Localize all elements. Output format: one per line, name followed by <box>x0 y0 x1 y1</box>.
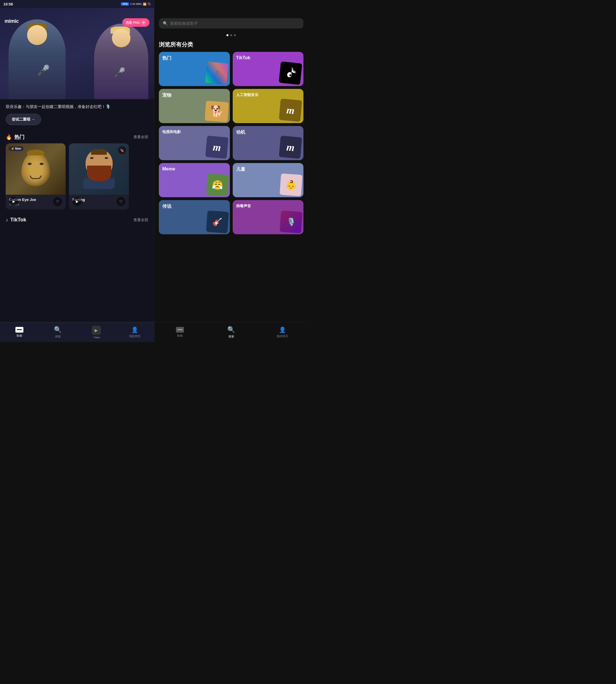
mic-left: 🎤 <box>37 64 50 76</box>
category-hot[interactable]: 热门 🎵 <box>159 52 230 86</box>
search-header: 🔍 <box>154 8 308 32</box>
cat-thumb-legend: 🎸 <box>206 210 229 233</box>
cat-label-hot: 热门 <box>162 55 171 61</box>
nav-search-right[interactable]: 🔍 搜索 <box>206 326 257 339</box>
song-card-farting[interactable]: 🔖 ▶ ♡ Farting <box>69 143 129 209</box>
dot-1 <box>226 34 228 36</box>
new-badge-cotton: ⚡ New <box>8 146 23 151</box>
category-kids[interactable]: 儿童 👶 <box>233 163 304 197</box>
vpn-badge-left: VPN <box>121 2 129 6</box>
hot-section-header: 🔥 热门 查看全部 <box>0 129 154 143</box>
potato-smile <box>30 176 41 179</box>
profile-icon-right: 👤 <box>279 326 286 333</box>
nav-new-left[interactable]: ▶ * New <box>77 326 115 339</box>
mimic-m-ai: m <box>286 104 295 116</box>
mimic-m-tv: m <box>212 141 221 153</box>
status-time-left: 10:58 <box>3 2 13 6</box>
potato-character <box>21 152 50 186</box>
cat-thumb-hot: 🎵 <box>205 61 228 85</box>
cat-label-meme: Meme <box>162 166 175 172</box>
cat-label-kids: 儿童 <box>236 166 245 173</box>
search-input[interactable] <box>170 21 300 26</box>
cat-label-tv: 电视和电影 <box>162 129 181 135</box>
songs-icon-right <box>176 327 184 333</box>
nav-songs-label-right: 歌曲 <box>177 334 183 338</box>
bottom-nav-right: 歌曲 🔍 搜索 👤 我的简历 <box>154 322 308 342</box>
dot-2 <box>230 34 232 36</box>
hero-description: 双倍乐趣：与朋友一起创建二重唱视频，准备好走红吧！🎙️ <box>6 104 148 110</box>
nav-profile-label-right: 我的简历 <box>277 334 288 338</box>
cat-thumb-meme: 😤 <box>206 173 229 196</box>
new-plus-icon: ▶ <box>92 326 101 335</box>
category-legend[interactable]: 传说 🎸 <box>159 200 230 234</box>
categories-grid: 热门 🎵 TikTok <box>154 52 308 234</box>
hero-text-section: 双倍乐趣：与朋友一起创建二重唱视频，准备好走红吧！🎙️ 尝试二重唱 → <box>0 99 154 129</box>
cat-thumb-kids: 👶 <box>280 173 302 196</box>
search-icon-nav-right: 🔍 <box>227 326 235 334</box>
mic-right: 🎤 <box>114 67 126 78</box>
song-card-cotton-eye-joe[interactable]: ⚡ New ▶ ♡ Cotton Eye Joe Nugget <box>6 143 66 209</box>
nav-profile-left[interactable]: 👤 我的简历 <box>115 326 154 338</box>
profile-icon-left: 👤 <box>131 326 138 333</box>
like-button-cotton[interactable]: ♡ <box>53 197 62 206</box>
new-label: New <box>15 147 21 150</box>
app-logo: mimic <box>4 18 19 24</box>
dot-3 <box>234 34 236 36</box>
hot-title: 热门 <box>14 134 24 140</box>
battery-left: 71 <box>148 3 151 6</box>
potato-eye-right <box>40 163 44 165</box>
pro-text: 您是 PRO <box>126 21 140 25</box>
potato-eye-left <box>28 163 32 165</box>
person-right <box>94 22 148 99</box>
nav-songs-right[interactable]: 歌曲 <box>154 327 206 338</box>
category-pet[interactable]: 宠物 🐕 <box>159 89 230 123</box>
like-button-farting[interactable]: ♡ <box>116 197 126 206</box>
bottom-nav-left: 歌曲 🔍 搜索 ▶ * New 👤 我的简历 <box>0 322 154 342</box>
search-icon-left: 🔍 <box>54 326 62 334</box>
nav-search-left[interactable]: 🔍 搜索 <box>39 326 77 339</box>
nav-songs-left[interactable]: 歌曲 <box>0 327 39 338</box>
cat-thumb-motive: m <box>279 136 302 159</box>
nav-search-label-left: 搜索 <box>55 335 61 339</box>
hot-see-all[interactable]: 查看全部 <box>133 135 148 140</box>
signal-left: 📶 <box>143 3 146 6</box>
speed-left: 2.30 MB/s <box>130 3 142 5</box>
head-left <box>27 25 47 45</box>
category-motive[interactable]: 动机 m <box>233 126 304 160</box>
nav-new-label-left: * New <box>93 336 100 339</box>
play-button-farting[interactable]: ▶ <box>72 197 82 206</box>
right-content: 🔍 浏览所有分类 热门 🎵 TikTok <box>154 0 308 342</box>
tiktok-section-header: ♪ TikTok 查看全部 <box>0 212 154 226</box>
man-eye-right <box>105 157 108 159</box>
man-hair <box>91 149 107 155</box>
hot-title-wrap: 🔥 热门 <box>6 134 24 140</box>
cat-label-legend: 传说 <box>162 204 171 209</box>
pro-badge[interactable]: 您是 PRO ★ <box>122 18 150 27</box>
tiktok-title: TikTok <box>10 217 26 223</box>
potato-hair <box>27 150 44 155</box>
tiktok-see-all[interactable]: 查看全部 <box>133 218 148 223</box>
search-bar[interactable]: 🔍 <box>159 18 304 28</box>
browse-title: 浏览所有分类 <box>154 39 308 52</box>
person-left <box>8 17 66 99</box>
cat-thumb-pet: 🐕 <box>204 100 229 122</box>
mimic-m-motive: m <box>286 141 295 153</box>
tiktok-title-wrap: ♪ TikTok <box>6 217 26 223</box>
play-button-cotton[interactable]: ▶ <box>9 197 18 206</box>
tiktok-logo-svg <box>284 66 297 80</box>
cat-thumb-tv: m <box>205 136 228 159</box>
category-tv-movies[interactable]: 电视和电影 m <box>159 126 230 160</box>
category-tiktok[interactable]: TikTok <box>233 52 304 86</box>
nav-songs-label-left: 歌曲 <box>17 334 22 338</box>
bookmark-button-farting[interactable]: 🔖 <box>118 146 126 154</box>
cat-thumb-tiktok <box>279 61 302 85</box>
nav-profile-right[interactable]: 👤 我的简历 <box>257 326 308 338</box>
category-ai-music[interactable]: 人工智能音乐 m <box>233 89 304 123</box>
duet-button[interactable]: 尝试二重唱 → <box>6 114 41 125</box>
search-icon-right: 🔍 <box>163 21 168 26</box>
category-viral-sound[interactable]: 病毒声音 🎙️ <box>233 200 304 234</box>
status-bar-left: 10:58 VPN 2.30 MB/s 📶 71 <box>0 0 154 8</box>
cat-thumb-viral: 🎙️ <box>280 210 302 233</box>
category-meme[interactable]: Meme 😤 <box>159 163 230 197</box>
left-panel: 10:58 VPN 2.30 MB/s 📶 71 🎤 <box>0 0 154 342</box>
